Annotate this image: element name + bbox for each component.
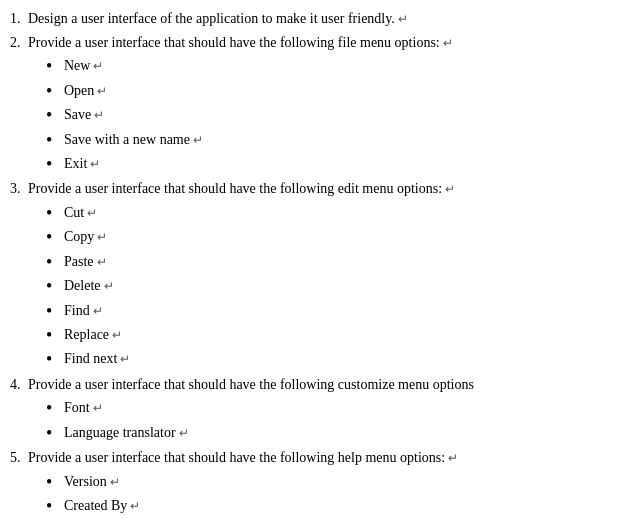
bullet-text: Font ↵ xyxy=(64,397,626,419)
bullet-text: New ↵ xyxy=(64,55,626,77)
return-mark: ↵ xyxy=(109,328,122,342)
bullet-dot: • xyxy=(46,55,64,78)
bullet-text: Language translator ↵ xyxy=(64,422,626,444)
bullet-list-3: •Cut ↵•Copy ↵•Paste ↵•Delete ↵•Find ↵•Re… xyxy=(46,202,626,372)
bullet-item: •Find next ↵ xyxy=(46,348,626,371)
numbered-item-5: 5.Provide a user interface that should h… xyxy=(10,447,626,469)
bullet-dot: • xyxy=(46,348,64,371)
numbered-item-1: 1.Design a user interface of the applica… xyxy=(10,8,626,30)
return-mark: ↵ xyxy=(445,451,458,465)
bullet-item: •Paste ↵ xyxy=(46,251,626,274)
numbered-item-6: 6.Follow a consistent and an appropriate… xyxy=(10,521,626,525)
item-number: 6. xyxy=(10,521,28,525)
bullet-text: Save ↵ xyxy=(64,104,626,126)
bullet-dot: • xyxy=(46,80,64,103)
bullet-item: •Find ↵ xyxy=(46,300,626,323)
bullet-text: Paste ↵ xyxy=(64,251,626,273)
bullet-item: •Cut ↵ xyxy=(46,202,626,225)
item-number: 2. xyxy=(10,32,28,54)
item-text: Provide a user interface that should hav… xyxy=(28,447,626,469)
return-mark: ↵ xyxy=(94,255,107,269)
bullet-dot: • xyxy=(46,471,64,494)
return-mark: ↵ xyxy=(87,157,100,171)
bullet-text: Created By ↵ xyxy=(64,495,626,517)
bullet-dot: • xyxy=(46,226,64,249)
return-mark: ↵ xyxy=(90,401,103,415)
bullet-item: •Open ↵ xyxy=(46,80,626,103)
item-text: Follow a consistent and an appropriate n… xyxy=(28,521,626,525)
bullet-dot: • xyxy=(46,300,64,323)
item-number: 5. xyxy=(10,447,28,469)
bullet-dot: • xyxy=(46,324,64,347)
bullet-text: Find ↵ xyxy=(64,300,626,322)
bullet-item: •Font ↵ xyxy=(46,397,626,420)
bullet-dot: • xyxy=(46,153,64,176)
return-mark: ↵ xyxy=(91,108,104,122)
bullet-text: Cut ↵ xyxy=(64,202,626,224)
bullet-text: Save with a new name ↵ xyxy=(64,129,626,151)
return-mark: ↵ xyxy=(442,182,455,196)
item-text: Provide a user interface that should hav… xyxy=(28,32,626,54)
bullet-item: •Copy ↵ xyxy=(46,226,626,249)
bullet-text: Version ↵ xyxy=(64,471,626,493)
return-mark: ↵ xyxy=(84,206,97,220)
bullet-list-2: •New ↵•Open ↵•Save ↵•Save with a new nam… xyxy=(46,55,626,176)
bullet-item: •Replace ↵ xyxy=(46,324,626,347)
item-text: Provide a user interface that should hav… xyxy=(28,178,626,200)
bullet-dot: • xyxy=(46,422,64,445)
numbered-item-4: 4.Provide a user interface that should h… xyxy=(10,374,626,396)
bullet-dot: • xyxy=(46,104,64,127)
bullet-text: Replace ↵ xyxy=(64,324,626,346)
bullet-text: Delete ↵ xyxy=(64,275,626,297)
return-mark: ↵ xyxy=(190,133,203,147)
bullet-list-4: •Font ↵•Language translator ↵ xyxy=(46,397,626,445)
bullet-list-5: •Version ↵•Created By ↵ xyxy=(46,471,626,519)
numbered-item-3: 3.Provide a user interface that should h… xyxy=(10,178,626,200)
item-number: 3. xyxy=(10,178,28,200)
item-number: 1. xyxy=(10,8,28,30)
document-content: 1.Design a user interface of the applica… xyxy=(10,8,626,525)
bullet-item: •Language translator ↵ xyxy=(46,422,626,445)
return-mark: ↵ xyxy=(440,36,453,50)
bullet-item: •New ↵ xyxy=(46,55,626,78)
bullet-item: •Save ↵ xyxy=(46,104,626,127)
bullet-item: •Created By ↵ xyxy=(46,495,626,518)
return-mark: ↵ xyxy=(107,475,120,489)
return-mark: ↵ xyxy=(90,304,103,318)
return-mark: ↵ xyxy=(176,426,189,440)
item-text: Provide a user interface that should hav… xyxy=(28,374,626,396)
return-mark: ↵ xyxy=(101,279,114,293)
return-mark: ↵ xyxy=(90,59,103,73)
item-text: Design a user interface of the applicati… xyxy=(28,8,626,30)
numbered-item-2: 2.Provide a user interface that should h… xyxy=(10,32,626,54)
return-mark: ↵ xyxy=(395,12,408,26)
bullet-item: •Delete ↵ xyxy=(46,275,626,298)
return-mark: ↵ xyxy=(127,499,140,513)
item-number: 4. xyxy=(10,374,28,396)
bullet-dot: • xyxy=(46,495,64,518)
bullet-text: Find next ↵ xyxy=(64,348,626,370)
bullet-text: Exit ↵ xyxy=(64,153,626,175)
bullet-item: •Exit ↵ xyxy=(46,153,626,176)
bullet-text: Open ↵ xyxy=(64,80,626,102)
bullet-dot: • xyxy=(46,129,64,152)
return-mark: ↵ xyxy=(117,352,130,366)
bullet-dot: • xyxy=(46,275,64,298)
return-mark: ↵ xyxy=(94,84,107,98)
return-mark: ↵ xyxy=(94,230,107,244)
bullet-dot: • xyxy=(46,397,64,420)
bullet-dot: • xyxy=(46,202,64,225)
bullet-item: •Save with a new name ↵ xyxy=(46,129,626,152)
bullet-text: Copy ↵ xyxy=(64,226,626,248)
bullet-dot: • xyxy=(46,251,64,274)
bullet-item: •Version ↵ xyxy=(46,471,626,494)
